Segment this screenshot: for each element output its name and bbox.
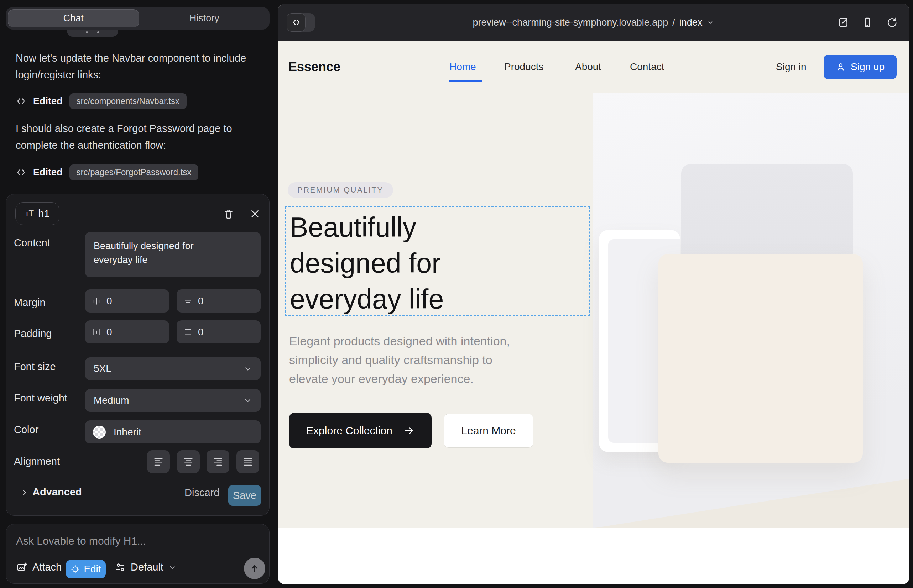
padding-x-value: 0 (107, 326, 112, 338)
assistant-message: Now let's update the Navbar component to… (16, 50, 254, 83)
target-icon (71, 564, 80, 574)
site-logo[interactable]: Essence (288, 41, 340, 92)
preview-window: preview--charming-site-symphony.lovable.… (278, 3, 910, 585)
selected-element-chip[interactable]: тT h1 (15, 202, 60, 225)
content-value-line: Beautifully designed for (94, 239, 194, 253)
chevron-down-icon (168, 564, 176, 571)
attach-button[interactable]: Attach (16, 561, 62, 573)
mode-selector[interactable]: Default (115, 561, 176, 573)
element-tag-label: h1 (38, 208, 50, 220)
hero-heading-line: everyday life (290, 281, 444, 317)
next-section-background (278, 528, 910, 585)
close-editor-button[interactable] (248, 207, 262, 221)
align-right-button[interactable] (207, 450, 229, 473)
edited-file-row[interactable]: Edited src/pages/ForgotPassword.tsx (16, 165, 198, 180)
content-value-line: everyday life (94, 253, 194, 267)
chevron-down-icon (706, 18, 714, 26)
font-weight-select[interactable]: Medium (85, 389, 261, 412)
edited-file-row[interactable]: Edited src/components/Navbar.tsx (16, 93, 186, 109)
refresh-icon (886, 17, 897, 28)
url-bar[interactable]: preview--charming-site-symphony.lovable.… (278, 3, 910, 41)
padding-label: Padding (14, 328, 52, 339)
align-center-button[interactable] (177, 450, 200, 473)
send-button[interactable] (244, 558, 265, 579)
font-size-label: Font size (14, 361, 56, 373)
margin-vertical-icon (183, 297, 193, 306)
file-chip[interactable]: src/components/Navbar.tsx (70, 93, 186, 109)
person-icon (836, 62, 846, 72)
preview-topbar: preview--charming-site-symphony.lovable.… (278, 3, 910, 41)
content-textarea[interactable]: Beautifully designed for everyday life (85, 232, 261, 277)
nav-active-underline (449, 81, 482, 82)
file-chip[interactable]: src/pages/ForgotPassword.tsx (70, 165, 199, 180)
nav-link-about[interactable]: About (575, 41, 601, 92)
margin-label: Margin (14, 297, 45, 309)
font-size-value: 5XL (94, 363, 112, 375)
sign-in-link[interactable]: Sign in (776, 41, 806, 92)
hero-heading-line: Beautifully (290, 209, 444, 245)
edited-label: Edited (33, 167, 63, 178)
color-field[interactable]: Inherit (85, 420, 261, 444)
align-left-icon (153, 456, 164, 467)
arrow-up-icon (249, 563, 260, 574)
advanced-toggle[interactable] (20, 488, 29, 497)
alignment-label: Alignment (14, 456, 60, 467)
chat-input-panel[interactable]: Ask Lovable to modify H1... Attach Edit … (6, 524, 270, 584)
trash-icon (223, 208, 234, 220)
open-in-new-tab-button[interactable] (835, 15, 851, 30)
color-label: Color (14, 424, 39, 436)
margin-x-value: 0 (107, 296, 112, 307)
external-link-icon (837, 16, 849, 29)
margin-x-input[interactable]: 0 (85, 289, 169, 312)
refresh-button[interactable] (884, 15, 900, 30)
explore-collection-button[interactable]: Explore Collection (289, 413, 432, 449)
chevron-down-icon (244, 396, 252, 405)
align-right-icon (212, 456, 223, 467)
attach-label: Attach (32, 561, 62, 573)
align-justify-icon (243, 456, 253, 467)
url-page: index (680, 17, 703, 28)
sliders-icon (115, 562, 126, 573)
learn-more-button[interactable]: Learn More (444, 414, 533, 448)
hero-paragraph-line: simplicity and quality craftsmanship to (289, 351, 510, 370)
arrow-right-icon (404, 425, 414, 436)
sign-up-button[interactable]: Sign up (824, 55, 897, 79)
save-button[interactable]: Save (228, 485, 261, 506)
nav-link-products[interactable]: Products (504, 41, 544, 92)
font-size-select[interactable]: 5XL (85, 357, 261, 380)
delete-element-button[interactable] (222, 207, 235, 221)
close-icon (249, 208, 260, 219)
padding-y-input[interactable]: 0 (176, 320, 261, 344)
padding-y-value: 0 (198, 326, 204, 338)
tab-history[interactable]: History (139, 7, 270, 29)
nav-link-contact[interactable]: Contact (630, 41, 664, 92)
nav-link-home[interactable]: Home (449, 41, 476, 92)
explore-collection-label: Explore Collection (306, 425, 392, 437)
padding-x-input[interactable]: 0 (85, 320, 169, 344)
mode-label: Default (131, 561, 163, 573)
tab-chat[interactable]: Chat (8, 9, 139, 27)
margin-y-value: 0 (198, 296, 204, 307)
edit-mode-button[interactable]: Edit (66, 560, 106, 578)
margin-y-input[interactable]: 0 (176, 289, 261, 312)
chevron-down-icon (244, 365, 252, 373)
typography-icon: тT (25, 208, 34, 218)
discard-button[interactable]: Discard (185, 487, 219, 499)
hero-paragraph: Elegant products designed with intention… (289, 332, 510, 388)
hero-heading-line: designed for (290, 245, 444, 281)
url-host: preview--charming-site-symphony.lovable.… (473, 17, 669, 28)
hero-paragraph-line: elevate your everyday experience. (289, 370, 510, 388)
mobile-view-button[interactable] (860, 15, 875, 30)
hero-heading[interactable]: Beautifully designed for everyday life (290, 209, 444, 317)
align-justify-button[interactable] (236, 450, 259, 473)
align-left-button[interactable] (147, 450, 170, 473)
color-value: Inherit (113, 426, 141, 438)
smartphone-icon (862, 17, 873, 28)
padding-horizontal-icon (92, 328, 101, 337)
padding-vertical-icon (183, 328, 193, 337)
code-icon (16, 96, 26, 107)
advanced-label[interactable]: Advanced (32, 486, 82, 498)
url-separator: / (672, 17, 675, 28)
font-weight-value: Medium (94, 395, 129, 406)
chat-input-placeholder: Ask Lovable to modify H1... (16, 535, 146, 547)
